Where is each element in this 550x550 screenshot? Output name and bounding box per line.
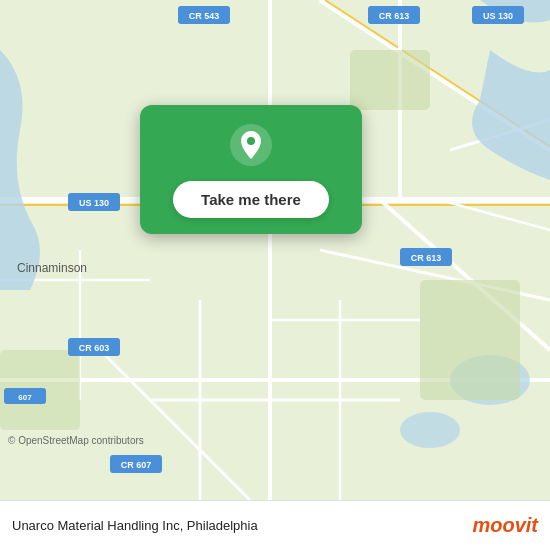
moovit-text: moovit [472,514,538,537]
bottom-bar: Unarco Material Handling Inc, Philadelph… [0,500,550,550]
map-container: CR 543 CR 613 US 130 CR 613 US 130 CR 60… [0,0,550,500]
take-me-there-button[interactable]: Take me there [173,181,329,218]
svg-text:CR 607: CR 607 [121,460,152,470]
svg-rect-22 [420,280,520,400]
location-pin-icon [229,123,273,167]
svg-text:CR 613: CR 613 [411,253,442,263]
moovit-logo: moovit [472,514,538,537]
svg-text:CR 543: CR 543 [189,11,220,21]
svg-point-43 [247,137,255,145]
svg-text:CR 613: CR 613 [379,11,410,21]
svg-text:US 130: US 130 [79,198,109,208]
svg-point-20 [400,412,460,448]
svg-rect-0 [0,0,550,500]
location-label: Unarco Material Handling Inc, Philadelph… [12,518,258,533]
svg-text:607: 607 [18,393,32,402]
map-background: CR 543 CR 613 US 130 CR 613 US 130 CR 60… [0,0,550,500]
svg-text:Cinnaminson: Cinnaminson [17,261,87,275]
svg-text:US 130: US 130 [483,11,513,21]
osm-credit: © OpenStreetMap contributors [8,435,144,446]
svg-rect-21 [350,50,430,110]
location-card: Take me there [140,105,362,234]
svg-text:CR 603: CR 603 [79,343,110,353]
